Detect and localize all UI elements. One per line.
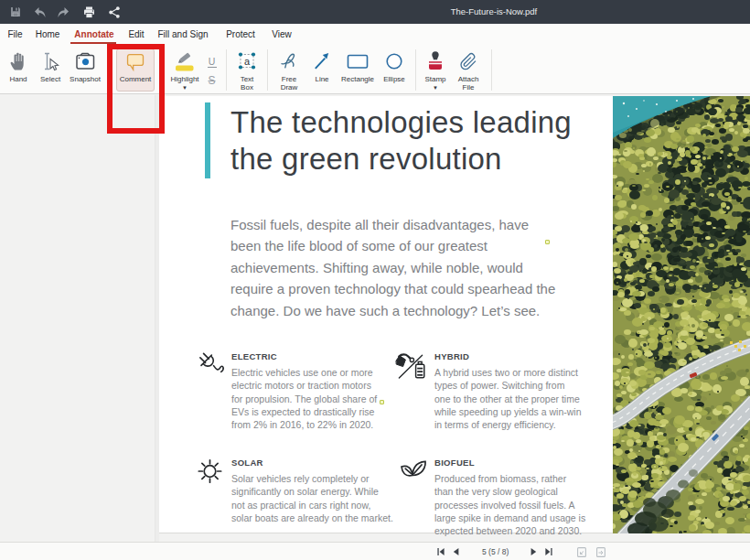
svg-text:a: a [244,56,251,67]
